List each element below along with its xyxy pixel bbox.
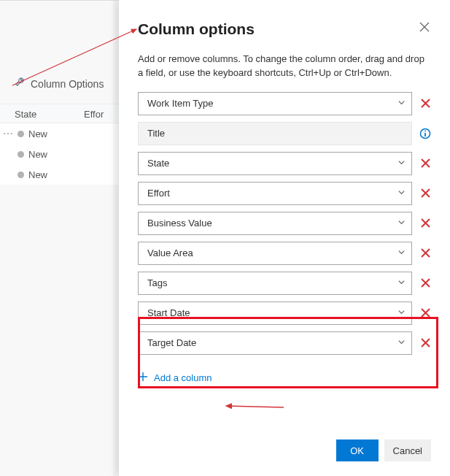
chevron-down-icon	[397, 277, 406, 288]
state-dot-icon	[18, 151, 24, 158]
chevron-down-icon	[397, 218, 406, 229]
info-button[interactable]	[419, 128, 431, 139]
wrench-icon	[15, 77, 26, 91]
column-label: Business Value	[147, 218, 212, 229]
panel-title: Column options	[138, 20, 255, 38]
column-label: Value Area	[147, 247, 193, 258]
column-label: Effort	[147, 188, 170, 199]
cancel-button[interactable]: Cancel	[384, 439, 431, 461]
state-dot-icon	[18, 131, 24, 137]
column-select[interactable]: Tags	[138, 272, 412, 295]
column-row: State	[138, 152, 431, 175]
chevron-down-icon	[397, 98, 406, 109]
state-dot-icon	[18, 172, 24, 178]
column-label: Work Item Type	[147, 98, 214, 109]
svg-point-2	[424, 130, 426, 131]
header-effort[interactable]: Effor	[84, 109, 104, 120]
column-select: Title	[138, 122, 412, 145]
remove-column-button[interactable]	[419, 337, 431, 348]
close-icon	[419, 22, 430, 34]
column-row: Business Value	[138, 212, 431, 235]
plus-icon	[138, 372, 148, 384]
column-select[interactable]: State	[138, 152, 412, 175]
column-row: Effort	[138, 182, 431, 205]
remove-column-button[interactable]	[419, 307, 431, 318]
header-state[interactable]: State	[15, 109, 84, 120]
row-state: New	[28, 169, 47, 180]
columns-list: Work Item TypeTitleStateEffortBusiness V…	[138, 92, 431, 361]
panel-footer: OK Cancel	[138, 428, 431, 461]
column-row: Start Date	[138, 302, 431, 325]
remove-column-button[interactable]	[419, 247, 431, 258]
remove-column-button[interactable]	[419, 277, 431, 288]
column-row: Title	[138, 122, 431, 145]
column-options-label: Column Options	[31, 78, 104, 90]
column-label: Target Date	[147, 337, 196, 348]
add-column-button[interactable]: Add a column	[138, 372, 431, 384]
row-actions-icon[interactable]: ⋯	[3, 128, 13, 139]
column-select[interactable]: Target Date	[138, 331, 412, 355]
chevron-down-icon	[397, 188, 406, 199]
column-label: Tags	[147, 277, 167, 288]
remove-column-button[interactable]	[419, 218, 431, 229]
row-state: New	[28, 128, 47, 139]
close-button[interactable]	[418, 20, 431, 37]
column-select[interactable]: Value Area	[138, 242, 412, 265]
remove-column-button[interactable]	[419, 188, 431, 199]
panel-description: Add or remove columns. To change the col…	[138, 53, 431, 80]
column-select[interactable]: Effort	[138, 182, 412, 205]
column-select[interactable]: Work Item Type	[138, 92, 412, 115]
chevron-down-icon	[397, 337, 406, 348]
column-row: Tags	[138, 272, 431, 295]
column-options-button[interactable]: Column Options	[15, 77, 104, 91]
column-row: Target Date	[138, 331, 431, 355]
column-options-panel: Column options Add or remove columns. To…	[119, 0, 450, 476]
column-row: Value Area	[138, 242, 431, 265]
remove-column-button[interactable]	[419, 98, 431, 109]
column-label: State	[147, 158, 169, 169]
row-state: New	[28, 149, 47, 160]
column-label: Start Date	[147, 307, 190, 318]
column-label: Title	[147, 128, 165, 139]
ok-button[interactable]: OK	[336, 439, 379, 461]
column-select[interactable]: Business Value	[138, 212, 412, 235]
remove-column-button[interactable]	[419, 158, 431, 169]
add-column-label: Add a column	[154, 372, 212, 383]
column-row: Work Item Type	[138, 92, 431, 115]
chevron-down-icon	[397, 307, 406, 318]
column-select[interactable]: Start Date	[138, 302, 412, 325]
chevron-down-icon	[397, 247, 406, 258]
chevron-down-icon	[397, 158, 406, 169]
